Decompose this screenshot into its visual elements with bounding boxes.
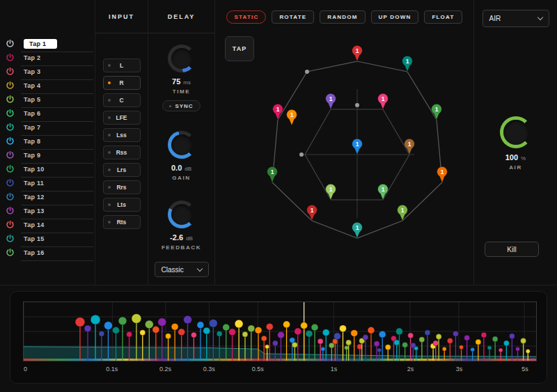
tap-power-icon-wrap [6,233,15,243]
tap-trigger-button[interactable]: TAP [225,36,254,61]
panner-pin[interactable]: 1 [352,139,363,155]
power-icon[interactable] [6,109,15,118]
panner-node-dot[interactable] [299,152,304,157]
svg-text:1: 1 [329,186,333,193]
mode-button-up-down[interactable]: UP DOWN [371,10,419,24]
channel-active-dot [108,221,111,224]
panner-pin[interactable]: 1 [437,166,448,182]
kill-button[interactable]: Kill [485,242,539,257]
air-unit: % [521,155,526,162]
power-icon[interactable] [6,178,15,187]
power-icon[interactable] [6,39,15,48]
tap-power-icon-wrap [6,247,15,257]
channel-button-lts[interactable]: Lts [103,198,141,212]
panner-pin[interactable]: 1 [402,56,413,72]
top-section: Tap 1Tap 2Tap 3Tap 4Tap 5Tap 6Tap 7Tap 8… [0,0,557,285]
channel-button-r[interactable]: R [103,76,141,90]
power-icon[interactable] [6,53,15,62]
channel-active-dot [108,186,111,189]
tap-list: Tap 1Tap 2Tap 3Tap 4Tap 5Tap 6Tap 7Tap 8… [0,0,95,285]
panner-pin[interactable]: 1 [378,93,389,109]
svg-text:1: 1 [382,186,385,193]
power-icon[interactable] [6,206,15,215]
channel-button-rss[interactable]: Rss [103,146,141,159]
tap-list-item[interactable]: Tap 16 [0,245,95,259]
delay-header: DELAY [148,0,214,33]
time-unit: ms [183,79,191,86]
power-icon[interactable] [6,95,15,104]
svg-text:1: 1 [382,95,385,102]
gain-unit: dB [185,166,191,172]
knob-face [171,134,192,155]
time-knob[interactable] [168,45,196,72]
mode-button-rotate[interactable]: ROTATE [272,10,314,24]
mode-button-static[interactable]: STATIC [226,10,266,24]
time-label: TIME [173,88,191,95]
delay-type-select[interactable]: Classic [155,262,209,277]
tap-power-icon-wrap [6,136,15,146]
channel-button-lrs[interactable]: Lrs [103,163,141,177]
panner-pin[interactable]: 1 [326,184,336,200]
power-icon[interactable] [6,67,15,76]
panner-pin[interactable]: 1 [432,104,442,120]
channel-active-dot [108,168,111,171]
sync-toggle[interactable]: SYNC [162,100,200,111]
axis-tick-label: 0.2s [159,366,171,373]
sync-dot [169,105,171,107]
channel-active-dot [108,64,111,67]
feedback-knob[interactable] [168,201,196,228]
svg-text:1: 1 [329,95,333,102]
air-select[interactable]: AIR [483,10,549,27]
gain-knob[interactable] [168,131,196,159]
panner-pin[interactable]: 1 [287,109,297,125]
input-column: INPUT LRCLFELssRssLrsRrsLtsRts [95,0,148,285]
power-icon[interactable] [6,248,15,257]
power-icon[interactable] [6,164,15,173]
air-knob[interactable] [500,116,532,148]
panner-pin[interactable]: 1 [307,205,317,221]
mode-button-float[interactable]: FLOAT [424,10,462,24]
channel-active-dot [108,151,111,154]
svg-text:1: 1 [311,207,314,214]
tap-label: Tap 4 [24,82,40,89]
panner-pin[interactable]: 1 [398,205,408,221]
panner-panel: 1111111111111111 STATICROTATERANDOMUP DO… [214,0,473,285]
panner-pin[interactable]: 1 [352,222,363,238]
channel-button-l[interactable]: L [103,58,141,72]
channel-button-lss[interactable]: Lss [103,128,141,142]
panner-pin[interactable]: 1 [326,93,336,109]
svg-text:1: 1 [271,168,274,175]
tap-label: Tap 3 [24,68,40,75]
tap-label: Tap 7 [24,124,40,131]
channel-button-rrs[interactable]: Rrs [103,180,141,194]
power-icon[interactable] [6,220,15,229]
panner-pin[interactable]: 1 [405,139,415,155]
channel-button-lfe[interactable]: LFE [103,111,141,125]
tap-label: Tap 5 [24,96,40,103]
power-icon[interactable] [6,192,15,201]
mode-button-random[interactable]: RANDOM [320,10,365,24]
tap-label: Tap 14 [24,221,45,228]
channel-buttons: LRCLFELssRssLrsRrsLtsRts [95,58,148,229]
feedback-unit: dB [186,235,193,242]
timeline-axis: 00.1s0.2s0.3s0.5s1s2s3s5s [23,361,537,377]
power-icon[interactable] [6,150,15,159]
channel-button-rts[interactable]: Rts [103,215,141,229]
delay-type-value: Classic [162,266,184,274]
power-icon[interactable] [6,136,15,146]
panner-pin[interactable]: 1 [352,45,363,61]
power-icon[interactable] [6,123,15,132]
channel-button-c[interactable]: C [103,93,141,107]
panner-pin[interactable]: 1 [378,184,389,200]
timeline-chart[interactable] [23,301,537,361]
panner-node-dot[interactable] [305,70,309,74]
axis-tick-label: 0.1s [106,366,118,373]
chevron-down-icon [196,265,202,271]
power-icon[interactable] [6,234,15,243]
panner-pin[interactable]: 1 [273,104,283,120]
tap-label: Tap 8 [24,138,40,145]
air-select-value: AIR [489,15,501,22]
panner-pin[interactable]: 1 [267,166,278,182]
power-icon[interactable] [6,81,15,90]
panner-node-dot[interactable] [355,103,359,107]
